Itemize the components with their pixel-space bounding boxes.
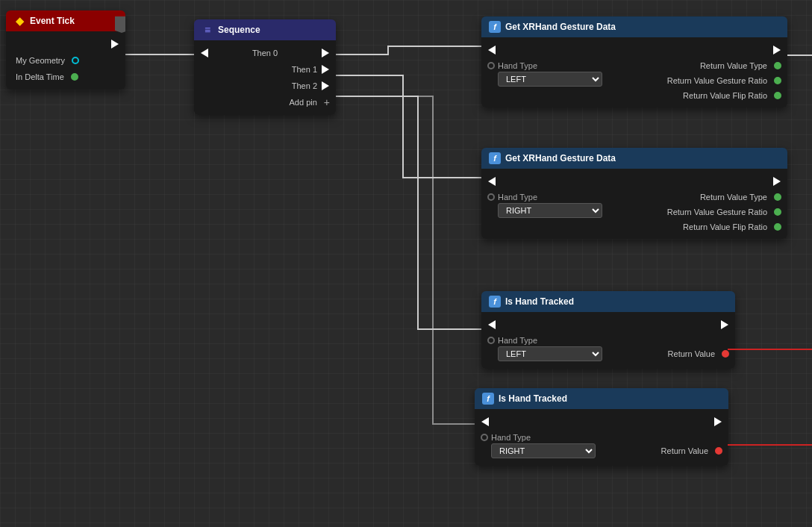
then2-label: Then 2	[292, 81, 317, 90]
sequence-body: Then 0 Then 1 Then 2 Add pin +	[194, 40, 336, 115]
sequence-header: ≡ Sequence	[194, 19, 336, 40]
xr-gesture-1-title: Get XRHand Gesture Data	[505, 22, 616, 32]
xr-gesture-2-body: Hand Type LEFT RIGHT Return Value Type R…	[481, 169, 787, 239]
my-geometry-label: My Geometry	[16, 56, 65, 65]
iht2-rv-pin	[715, 447, 722, 455]
iht1-rv-pin	[722, 350, 729, 358]
xr1-fields: Hand Type LEFT RIGHT Return Value Type R…	[481, 58, 787, 103]
xr1-rv-type-label: Return Value Type	[700, 61, 767, 70]
iht1-exec-in	[487, 320, 496, 329]
iht2-handtype-label: Hand Type	[491, 433, 531, 442]
exec-out-pin	[6, 36, 125, 52]
xr1-rv-gesture-pin	[774, 77, 781, 84]
xr1-rv-type-pin	[774, 62, 781, 69]
xr1-rv-type-row: Return Value Type	[696, 61, 781, 70]
xr2-rv-gesture-row: Return Value Gesture Ratio	[663, 208, 781, 216]
iht2-func-icon: f	[482, 393, 494, 405]
xr1-func-icon: f	[489, 21, 501, 33]
iht1-handtype-select[interactable]: LEFT RIGHT	[498, 346, 602, 361]
xr2-exec-out	[772, 177, 781, 186]
xr1-left-fields: Hand Type LEFT RIGHT	[487, 61, 602, 87]
xr1-handtype-pin	[487, 62, 495, 69]
then0-row: Then 0	[194, 45, 336, 61]
sequence-title: Sequence	[218, 25, 260, 35]
iht1-left-fields: Hand Type LEFT RIGHT	[487, 336, 602, 361]
xr1-rv-flip-pin	[774, 92, 781, 99]
xr2-handtype-field: Hand Type	[487, 193, 602, 202]
then2-row: Then 2	[194, 78, 336, 94]
sequence-icon: ≡	[202, 24, 213, 36]
xr-gesture-1-node: f Get XRHand Gesture Data Hand Type LEFT…	[481, 16, 787, 107]
my-geometry-pin	[72, 57, 79, 64]
xr1-rv-flip-row: Return Value Flip Ratio	[679, 91, 781, 100]
xr2-rv-type-label: Return Value Type	[700, 193, 767, 202]
iht2-title: Is Hand Tracked	[499, 393, 567, 404]
iht1-rv-row: Return Value	[664, 349, 729, 358]
xr1-rv-gesture-label: Return Value Gesture Ratio	[667, 76, 767, 85]
iht2-handtype-field: Hand Type	[481, 433, 596, 442]
then2-pin	[321, 81, 330, 90]
my-geometry-pin-row: My Geometry	[6, 52, 125, 69]
iht2-exec-out	[713, 417, 722, 426]
xr1-rv-gesture-row: Return Value Gesture Ratio	[663, 76, 781, 85]
event-tick-icon: ◆	[13, 15, 25, 27]
iht1-header: f Is Hand Tracked	[481, 291, 735, 312]
iht1-handtype-field: Hand Type	[487, 336, 602, 345]
xr2-rv-flip-pin	[774, 223, 781, 231]
iht1-right-fields: Return Value	[664, 336, 729, 358]
xr2-handtype-label: Hand Type	[498, 193, 537, 202]
add-pin-label: Add pin	[290, 98, 317, 107]
then1-row: Then 1	[194, 61, 336, 78]
in-delta-time-pin-row: In Delta Time	[6, 69, 125, 85]
xr-gesture-2-header: f Get XRHand Gesture Data	[481, 148, 787, 169]
xr2-func-icon: f	[489, 152, 501, 164]
add-pin-row[interactable]: Add pin +	[194, 94, 336, 110]
is-hand-tracked-2-node: f Is Hand Tracked Hand Type LEFT RIGHT R…	[475, 388, 728, 466]
xr2-handtype-select[interactable]: LEFT RIGHT	[498, 203, 602, 218]
in-delta-time-label: In Delta Time	[16, 72, 64, 81]
iht2-rv-row: Return Value	[658, 446, 722, 455]
xr1-exec-out	[772, 46, 781, 54]
xr1-exec-in	[487, 46, 496, 54]
xr2-rv-flip-label: Return Value Flip Ratio	[683, 222, 767, 231]
exec-out-arrow	[110, 40, 119, 49]
then1-pin	[321, 65, 330, 74]
xr1-exec-row	[481, 42, 787, 58]
xr2-rv-type-pin	[774, 193, 781, 201]
iht1-title: Is Hand Tracked	[505, 296, 574, 307]
iht2-left-fields: Hand Type LEFT RIGHT	[481, 433, 596, 458]
xr2-rv-type-row: Return Value Type	[696, 193, 781, 202]
iht2-exec-in	[481, 417, 490, 426]
event-tick-body: My Geometry In Delta Time	[6, 31, 125, 90]
in-delta-time-pin	[71, 73, 78, 81]
xr2-fields: Hand Type LEFT RIGHT Return Value Type R…	[481, 190, 787, 234]
xr2-rv-gesture-label: Return Value Gesture Ratio	[667, 208, 767, 216]
xr-gesture-2-title: Get XRHand Gesture Data	[505, 153, 616, 163]
iht1-exec-out	[720, 320, 729, 329]
sequence-node: ≡ Sequence Then 0 Then 1 Then 2 Add pin …	[194, 19, 336, 115]
xr1-rv-flip-label: Return Value Flip Ratio	[683, 91, 767, 100]
xr2-left-fields: Hand Type LEFT RIGHT	[487, 193, 602, 218]
iht2-handtype-select[interactable]: LEFT RIGHT	[491, 443, 596, 458]
xr2-right-fields: Return Value Type Return Value Gesture R…	[663, 193, 781, 231]
iht1-fields: Hand Type LEFT RIGHT Return Value	[481, 333, 735, 364]
xr2-rv-flip-row: Return Value Flip Ratio	[679, 222, 781, 231]
add-pin-icon: +	[324, 96, 330, 108]
then0-label: Then 0	[252, 49, 278, 57]
xr1-handtype-field: Hand Type	[487, 61, 602, 70]
event-tick-node: ◆ Event Tick My Geometry In Delta Time	[6, 10, 125, 90]
event-tick-header: ◆ Event Tick	[6, 10, 125, 31]
event-tick-title: Event Tick	[30, 16, 75, 26]
iht1-rv-label: Return Value	[668, 349, 715, 358]
iht1-body: Hand Type LEFT RIGHT Return Value	[481, 312, 735, 369]
then0-pin	[321, 49, 330, 57]
xr-gesture-1-header: f Get XRHand Gesture Data	[481, 16, 787, 37]
xr1-handtype-select[interactable]: LEFT RIGHT	[498, 72, 602, 87]
iht2-rv-label: Return Value	[661, 446, 708, 455]
iht1-handtype-pin	[487, 337, 495, 344]
is-hand-tracked-1-node: f Is Hand Tracked Hand Type LEFT RIGHT R…	[481, 291, 735, 369]
bookmark-icon	[115, 16, 125, 33]
iht2-header: f Is Hand Tracked	[475, 388, 728, 409]
iht2-handtype-pin	[481, 434, 488, 441]
xr1-right-fields: Return Value Type Return Value Gesture R…	[663, 61, 781, 100]
